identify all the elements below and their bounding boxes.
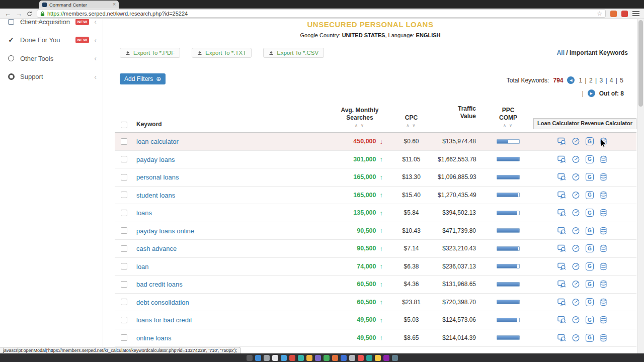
keyword-link[interactable]: online loans — [136, 334, 171, 342]
page-numbers[interactable]: 1 | 2 | 3 | 4 | 5 — [579, 77, 624, 84]
calculator-icon[interactable] — [599, 173, 608, 181]
google-icon[interactable]: G — [586, 262, 594, 270]
row-checkbox[interactable] — [121, 299, 127, 305]
keyword-link[interactable]: cash advance — [136, 245, 177, 252]
row-checkbox[interactable] — [121, 281, 127, 288]
analyze-icon[interactable] — [557, 298, 566, 306]
gauge-icon[interactable] — [572, 316, 580, 324]
calculator-icon[interactable] — [599, 137, 608, 145]
keyword-link[interactable]: personal loans — [136, 173, 179, 181]
dock-app-icon[interactable] — [281, 355, 287, 361]
sidebar-item-client-acquisition[interactable]: Client Acquisition NEW ‹ — [0, 19, 103, 31]
forward-icon[interactable]: → — [16, 11, 22, 17]
gauge-icon[interactable] — [572, 227, 580, 235]
calculator-icon[interactable] — [599, 262, 608, 270]
google-icon[interactable]: G — [586, 280, 594, 288]
row-checkbox[interactable] — [121, 227, 127, 234]
keyword-link[interactable]: bad credit loans — [136, 281, 183, 288]
row-checkbox[interactable] — [121, 210, 127, 216]
analyze-icon[interactable] — [557, 173, 566, 181]
row-checkbox[interactable] — [121, 334, 127, 341]
dock-app-icon[interactable] — [247, 355, 253, 361]
calculator-icon[interactable] — [599, 334, 608, 342]
row-checkbox[interactable] — [121, 174, 127, 180]
header-cpc[interactable]: CPC ∧ ∨ — [385, 101, 438, 132]
analyze-icon[interactable] — [557, 209, 566, 217]
header-traffic-value[interactable]: Traffic Value — [438, 101, 480, 132]
google-icon[interactable]: G — [586, 173, 594, 181]
filter-important-link[interactable]: Important Keywords — [570, 49, 628, 56]
analyze-icon[interactable] — [557, 316, 566, 324]
bookmark-star-icon[interactable]: ☆ — [597, 11, 602, 17]
calculator-icon[interactable] — [599, 191, 608, 199]
calculator-icon[interactable] — [599, 227, 608, 235]
keyword-link[interactable]: payday loans online — [136, 227, 194, 235]
tab-close-icon[interactable]: × — [113, 2, 116, 7]
dock-app-icon[interactable] — [383, 355, 389, 361]
dock-app-icon[interactable] — [375, 355, 381, 361]
row-checkbox[interactable] — [121, 245, 127, 252]
scrollbar-thumb[interactable] — [638, 20, 643, 107]
dock-app-icon[interactable] — [306, 355, 312, 361]
analyze-icon[interactable] — [557, 137, 566, 145]
gauge-icon[interactable] — [572, 173, 580, 181]
dock-app-icon[interactable] — [264, 355, 270, 361]
header-keyword[interactable]: Keyword — [133, 101, 335, 132]
export-csv-button[interactable]: Export To *.CSV — [263, 48, 324, 58]
back-icon[interactable]: ← — [5, 11, 11, 17]
header-ppc-comp[interactable]: PPC COMP ∧ ∨ — [480, 101, 536, 132]
google-icon[interactable]: G — [586, 334, 594, 342]
dock-app-icon[interactable] — [315, 355, 321, 361]
row-checkbox[interactable] — [121, 156, 127, 162]
google-icon[interactable]: G — [586, 316, 594, 324]
gauge-icon[interactable] — [572, 191, 580, 199]
row-checkbox[interactable] — [121, 138, 127, 145]
gauge-icon[interactable] — [572, 262, 580, 270]
row-checkbox[interactable] — [121, 263, 127, 269]
chrome-menu-icon[interactable] — [632, 11, 639, 16]
dock-app-icon[interactable] — [366, 355, 372, 361]
header-searches[interactable]: Avg. Monthly Searches ∧ ∨ — [335, 101, 385, 132]
gauge-icon[interactable] — [572, 155, 580, 163]
dock-app-icon[interactable] — [332, 355, 338, 361]
analyze-icon[interactable] — [557, 262, 566, 270]
keyword-link[interactable]: payday loans — [136, 156, 175, 163]
google-icon[interactable]: G — [586, 244, 594, 252]
export-pdf-button[interactable]: Export To *.PDF — [120, 48, 180, 58]
calculator-icon[interactable] — [599, 280, 608, 288]
sidebar-item-other-tools[interactable]: Other Tools ‹ — [0, 49, 103, 68]
address-bar[interactable]: https://members.serped.net/kwrd.research… — [37, 10, 606, 18]
select-all-checkbox[interactable] — [121, 122, 127, 128]
row-checkbox[interactable] — [121, 317, 127, 323]
calculator-icon[interactable] — [599, 316, 608, 324]
prev-page-button[interactable]: ◀ — [567, 76, 575, 84]
keyword-link[interactable]: loans for bad credit — [136, 316, 192, 324]
dock-app-icon[interactable] — [324, 355, 330, 361]
analyze-icon[interactable] — [557, 244, 566, 252]
refresh-icon[interactable] — [27, 11, 32, 17]
sort-carets-icon[interactable]: ∧ ∨ — [503, 123, 513, 128]
dock-app-icon[interactable] — [349, 355, 355, 361]
dock-app-icon[interactable] — [255, 355, 261, 361]
keyword-link[interactable]: student loans — [136, 192, 175, 199]
dock-app-icon[interactable] — [341, 355, 347, 361]
dock-app-icon[interactable] — [392, 355, 398, 361]
keyword-link[interactable]: loan calculator — [136, 138, 179, 145]
calculator-icon[interactable] — [599, 244, 608, 252]
gauge-icon[interactable] — [572, 298, 580, 306]
google-icon[interactable]: G — [586, 227, 594, 235]
google-icon[interactable]: G — [586, 209, 594, 217]
extension-icon[interactable] — [610, 11, 617, 17]
dock-app-icon[interactable] — [298, 355, 304, 361]
keyword-link[interactable]: loan — [136, 263, 149, 270]
analyze-icon[interactable] — [557, 227, 566, 235]
sidebar-item-done-for-you[interactable]: ✓ Done For You NEW ‹ — [0, 31, 103, 50]
analyze-icon[interactable] — [557, 155, 566, 163]
gauge-icon[interactable] — [572, 137, 580, 145]
analyze-icon[interactable] — [557, 334, 566, 342]
calculator-icon[interactable] — [599, 155, 608, 163]
google-icon[interactable]: G — [586, 191, 594, 199]
export-txt-button[interactable]: Export To *.TXT — [192, 48, 252, 58]
google-icon[interactable]: G — [586, 137, 594, 145]
filter-all-link[interactable]: All — [557, 49, 565, 56]
